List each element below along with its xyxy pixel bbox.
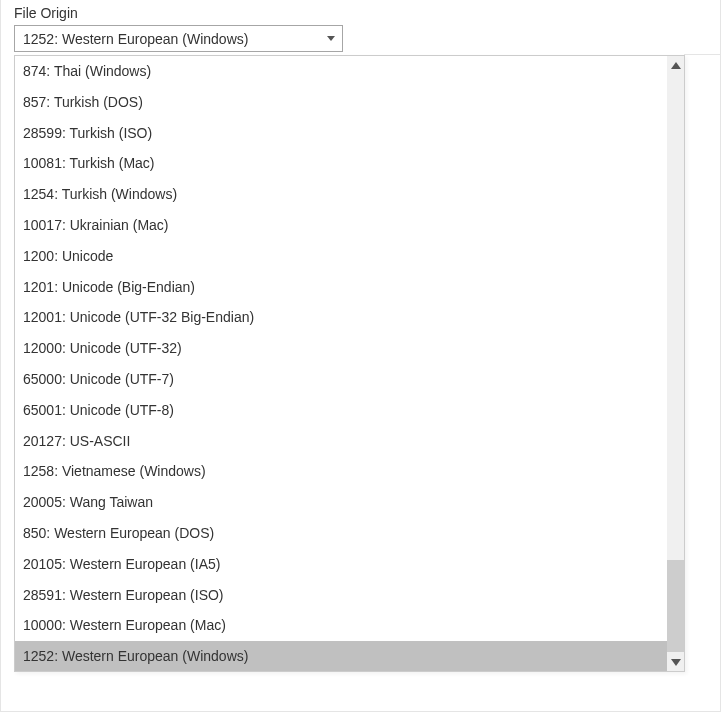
dropdown-option[interactable]: 12001: Unicode (UTF-32 Big-Endian)	[15, 302, 667, 333]
dropdown-option[interactable]: 20005: Wang Taiwan	[15, 487, 667, 518]
divider	[684, 54, 720, 55]
file-origin-label: File Origin	[14, 5, 343, 21]
file-origin-field: File Origin 1252: Western European (Wind…	[14, 5, 343, 52]
dropdown-option[interactable]: 1200: Unicode	[15, 241, 667, 272]
dropdown-option[interactable]: 1252: Western European (Windows)	[15, 641, 667, 671]
file-origin-selected-value: 1252: Western European (Windows)	[23, 31, 320, 47]
dropdown-option[interactable]: 20127: US-ASCII	[15, 426, 667, 457]
dropdown-option[interactable]: 857: Turkish (DOS)	[15, 87, 667, 118]
scroll-up-button[interactable]	[667, 56, 684, 74]
dropdown-option[interactable]: 12000: Unicode (UTF-32)	[15, 333, 667, 364]
file-origin-combobox[interactable]: 1252: Western European (Windows)	[14, 25, 343, 52]
dropdown-option[interactable]: 1254: Turkish (Windows)	[15, 179, 667, 210]
dropdown-option[interactable]: 20105: Western European (IA5)	[15, 549, 667, 580]
dropdown-option[interactable]: 65001: Unicode (UTF-8)	[15, 395, 667, 426]
dropdown-option[interactable]: 65000: Unicode (UTF-7)	[15, 364, 667, 395]
dropdown-option[interactable]: 28599: Turkish (ISO)	[15, 118, 667, 149]
dropdown-option[interactable]: 10017: Ukrainian (Mac)	[15, 210, 667, 241]
chevron-down-icon[interactable]	[320, 26, 342, 51]
dropdown-option[interactable]: 1201: Unicode (Big-Endian)	[15, 272, 667, 303]
dropdown-option[interactable]: 874: Thai (Windows)	[15, 56, 667, 87]
scrollbar[interactable]	[667, 56, 684, 671]
dropdown-option[interactable]: 10081: Turkish (Mac)	[15, 148, 667, 179]
scroll-track[interactable]	[667, 74, 684, 653]
scroll-thumb[interactable]	[667, 560, 684, 652]
file-origin-dropdown-list: 874: Thai (Windows)857: Turkish (DOS)285…	[14, 55, 685, 672]
dropdown-option[interactable]: 28591: Western European (ISO)	[15, 580, 667, 611]
dropdown-option[interactable]: 850: Western European (DOS)	[15, 518, 667, 549]
scroll-down-button[interactable]	[667, 653, 684, 671]
dropdown-option[interactable]: 10000: Western European (Mac)	[15, 610, 667, 641]
dropdown-items-container: 874: Thai (Windows)857: Turkish (DOS)285…	[15, 56, 667, 671]
dropdown-option[interactable]: 1258: Vietnamese (Windows)	[15, 456, 667, 487]
